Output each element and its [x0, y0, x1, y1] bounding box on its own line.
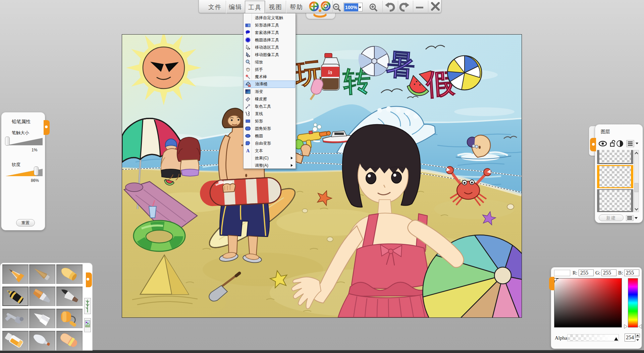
svg-text:la: la	[328, 69, 332, 75]
svg-text:暑: 暑	[385, 48, 416, 82]
svg-text:A: A	[246, 148, 250, 153]
